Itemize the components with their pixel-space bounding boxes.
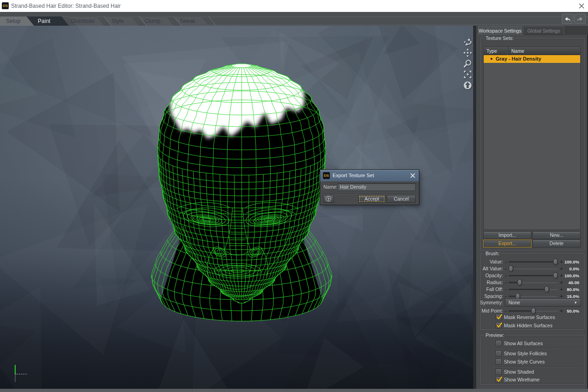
- delete-button[interactable]: Delete: [532, 240, 581, 247]
- tab-clump-label: Clump: [145, 18, 161, 24]
- slider-track[interactable]: [521, 282, 558, 283]
- import-button[interactable]: Import...: [483, 231, 531, 239]
- row-type-bullet-icon: ●: [490, 55, 492, 63]
- home-tool-icon[interactable]: [462, 80, 473, 91]
- undo-button[interactable]: [562, 14, 573, 24]
- accept-button[interactable]: Accept: [358, 195, 385, 203]
- slider-decrement[interactable]: -: [505, 265, 507, 272]
- tab-paint-label: Paint: [38, 18, 50, 24]
- brush-group-label: Brush:: [484, 251, 501, 257]
- dialog-title-bar[interactable]: DS Export Texture Set: [320, 170, 419, 181]
- slider-track[interactable]: [512, 269, 558, 269]
- tab-paint[interactable]: Paint: [27, 17, 69, 26]
- checkbox-row-show-wireframe: Show Wireframe: [481, 376, 582, 383]
- tab-workspace-settings-label: Workspace Settings: [479, 28, 521, 34]
- slider-row-value: Value: - + 100.0%: [482, 258, 581, 265]
- column-header-name[interactable]: Name: [509, 47, 580, 55]
- orbit-tool-icon[interactable]: [462, 37, 473, 48]
- slider-thumb[interactable]: [553, 272, 558, 279]
- redo-arrow-icon: [576, 16, 584, 22]
- mask-hidden-surfaces-checkbox[interactable]: [496, 322, 502, 328]
- slider-label: Value:: [476, 258, 503, 265]
- slider-increment[interactable]: +: [560, 265, 563, 272]
- window-close-button[interactable]: [578, 2, 585, 10]
- slider-thumb[interactable]: [553, 258, 558, 265]
- tab-global-settings[interactable]: Global Settings: [523, 26, 564, 35]
- window-title-bar: DS Strand-Based Hair Editor: Strand-Base…: [0, 0, 588, 12]
- help-icon: ?: [326, 196, 331, 202]
- slider-decrement[interactable]: -: [505, 272, 507, 279]
- viewport-scene: [0, 26, 473, 389]
- dialog-close-button[interactable]: [410, 173, 416, 179]
- show-wireframe-checkbox[interactable]: [496, 376, 502, 382]
- slider-decrement[interactable]: -: [505, 279, 507, 286]
- symmetry-dropdown[interactable]: None ▼: [505, 298, 581, 307]
- undo-arrow-icon: [564, 16, 571, 22]
- dialog-separator: [322, 194, 417, 195]
- slider-value[interactable]: 100.0%: [564, 258, 579, 265]
- slider-increment[interactable]: +: [560, 279, 563, 286]
- checkbox-row-show-style-curves: Show Style Curves: [481, 358, 582, 365]
- slider-track-fill: [509, 310, 532, 312]
- home-icon: [463, 80, 473, 90]
- tab-tweak-label: Tweak: [180, 18, 196, 24]
- tab-workspace-settings[interactable]: Workspace Settings: [478, 26, 522, 35]
- slider-row-alt-value: Alt Value: - + 0.0%: [482, 265, 581, 272]
- pan-tool-icon[interactable]: [462, 48, 473, 59]
- preview-group: Preview: Show All Surfaces Show Style Fo…: [481, 335, 584, 385]
- panel-splitter[interactable]: [473, 26, 477, 389]
- slider-value[interactable]: 0.0%: [564, 265, 579, 272]
- tab-distribute[interactable]: Distribute: [69, 17, 104, 26]
- slider-track-fill: [509, 275, 554, 276]
- show-style-follicles-checkbox[interactable]: [496, 350, 502, 356]
- slider-decrement[interactable]: -: [505, 258, 507, 265]
- slider-increment[interactable]: +: [560, 272, 563, 279]
- checkbox-row-show-all-surfaces: Show All Surfaces: [481, 340, 582, 347]
- slider-thumb[interactable]: [517, 279, 522, 286]
- slider-value[interactable]: 100.0%: [564, 272, 579, 279]
- show-all-surfaces-label: Show All Surfaces: [504, 340, 543, 347]
- slider-label: Radius:: [476, 279, 503, 286]
- help-button[interactable]: ?: [323, 195, 334, 203]
- slider-decrement[interactable]: -: [505, 286, 507, 293]
- show-style-curves-checkbox[interactable]: [496, 358, 502, 364]
- new-button[interactable]: New...: [532, 231, 581, 239]
- slider-row-fall-off: Fall Off: - + 80.0%: [482, 286, 581, 293]
- mask-reverse-surfaces-checkbox[interactable]: [496, 314, 502, 320]
- slider-row-opacity: Opacity: - + 100.0%: [482, 272, 581, 279]
- show-shaded-checkbox[interactable]: [496, 369, 502, 375]
- slider-value[interactable]: 40.00: [564, 279, 579, 286]
- slider-thumb[interactable]: [531, 308, 536, 314]
- tab-separator: [209, 17, 216, 26]
- slider-thumb[interactable]: [509, 265, 513, 272]
- slider-value[interactable]: 80.0%: [564, 286, 579, 293]
- column-header-type[interactable]: Type: [484, 47, 508, 55]
- slider-track[interactable]: [535, 311, 558, 312]
- slider-track[interactable]: [519, 296, 558, 297]
- name-input[interactable]: Hair Density: [338, 183, 416, 191]
- slider-thumb[interactable]: [544, 286, 549, 292]
- preview-divider: [493, 366, 580, 367]
- frame-tool-icon[interactable]: [462, 69, 473, 80]
- texture-set-row-selected[interactable]: ● Gray - Hair Density: [484, 55, 580, 63]
- export-button-label: Export...: [498, 241, 516, 246]
- slider-increment[interactable]: +: [560, 286, 563, 293]
- zoom-tool-icon[interactable]: [462, 58, 473, 69]
- slider-track[interactable]: [548, 289, 558, 290]
- window-title: Strand-Based Hair Editor: Strand-Based H…: [11, 0, 121, 12]
- tab-global-settings-label: Global Settings: [527, 28, 560, 34]
- slider-track-fill: [509, 289, 546, 290]
- accept-focus-rect: [359, 196, 384, 202]
- new-button-label: New...: [550, 232, 563, 238]
- tab-style[interactable]: Style: [104, 17, 139, 26]
- tab-clump[interactable]: Clump: [139, 17, 174, 26]
- show-all-surfaces-checkbox[interactable]: [496, 340, 502, 346]
- cancel-button[interactable]: Cancel: [387, 195, 416, 203]
- slider-label: Fall Off:: [476, 286, 503, 293]
- redo-button[interactable]: [574, 14, 586, 24]
- export-button[interactable]: Export...: [483, 240, 531, 247]
- viewport-3d[interactable]: [0, 26, 473, 389]
- slider-increment[interactable]: +: [560, 258, 563, 265]
- tab-tweak[interactable]: Tweak: [174, 17, 209, 26]
- delete-button-label: Delete: [549, 241, 563, 246]
